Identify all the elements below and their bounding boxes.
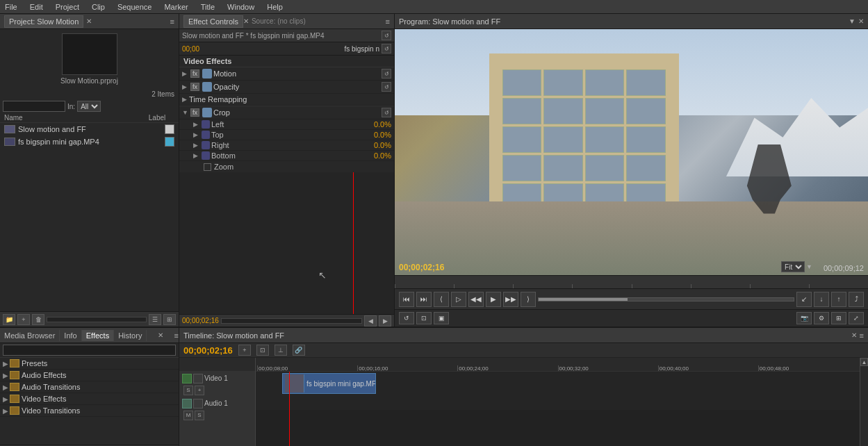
right-expand-arrow[interactable]: ▶	[193, 142, 200, 149]
loop-button[interactable]: ↺	[399, 312, 414, 324]
transport-progress-bar[interactable]	[538, 297, 794, 302]
new-bin-button[interactable]: 📁	[3, 314, 15, 325]
video1-sync-button[interactable]: S	[183, 386, 193, 395]
in-select[interactable]: All	[77, 101, 101, 112]
link-select-button[interactable]: 🔗	[293, 345, 305, 356]
track-select-button[interactable]: ⊡	[256, 345, 269, 356]
opacity-reset-button[interactable]: ↺	[382, 82, 391, 92]
audio1-lock-button[interactable]	[193, 399, 203, 408]
tab-info[interactable]: Info	[60, 330, 81, 341]
tree-item-audio-transitions[interactable]: ▶ Audio Transitions	[0, 381, 179, 393]
tab-effects[interactable]: Effects	[82, 330, 114, 341]
crop-reset-button[interactable]: ↺	[382, 108, 391, 117]
video1-lock-button[interactable]	[193, 374, 203, 383]
video1-clip[interactable]: fs bigspin mini gap.MP4 city	[282, 373, 376, 394]
project-tab-close[interactable]: ✕	[86, 17, 92, 25]
effect-clip-reset[interactable]: ↺	[382, 44, 391, 53]
list-view-button[interactable]: ☰	[149, 314, 161, 325]
crop-bottom-value[interactable]: 0.0%	[363, 151, 391, 160]
menu-sequence[interactable]: Sequence	[115, 3, 154, 11]
bottom-expand-arrow[interactable]: ▶	[193, 152, 200, 159]
timeline-timecode[interactable]: 00;00;02;16	[183, 345, 233, 356]
timeline-menu[interactable]: ≡	[860, 331, 864, 340]
step-forward-button[interactable]: ⏭	[416, 292, 432, 307]
time-remapping-effect[interactable]: ▶ Time Remapping	[179, 94, 394, 106]
insert-button[interactable]: ↙	[796, 292, 812, 307]
opacity-effect[interactable]: ▶ fx Opacity ↺	[179, 81, 394, 94]
multi-cam-button[interactable]: ⊞	[831, 312, 846, 324]
tab-media-browser[interactable]: Media Browser	[0, 330, 60, 341]
scroll-up-button[interactable]: ▲	[860, 358, 868, 366]
tree-item-presets[interactable]: ▶ Presets	[0, 358, 179, 370]
top-expand-arrow[interactable]: ▶	[193, 131, 200, 138]
step-back-button[interactable]: ⏮	[399, 292, 414, 307]
time-remap-expand-arrow[interactable]: ▶	[182, 96, 189, 103]
new-item-button[interactable]: +	[17, 314, 30, 325]
effect-controls-tab[interactable]: Effect Controls	[183, 15, 243, 28]
effect-controls-menu[interactable]: ≡	[386, 17, 390, 26]
fast-forward-button[interactable]: ▶▶	[503, 292, 518, 307]
effect-scroll-left[interactable]: ◀	[364, 315, 377, 327]
audio1-visibility-button[interactable]	[182, 399, 192, 408]
mark-out-button[interactable]: ⟩	[521, 292, 536, 307]
source-tab[interactable]: Source: (no clips)	[249, 17, 309, 25]
tab-history[interactable]: History	[114, 330, 147, 341]
add-track-button[interactable]: +	[238, 345, 251, 356]
audio1-mute-button[interactable]: M	[183, 411, 193, 420]
menu-edit[interactable]: Edit	[28, 3, 45, 11]
opacity-expand-arrow[interactable]: ▶	[182, 83, 189, 90]
overwrite-button[interactable]: ↓	[814, 292, 829, 307]
crop-top-value[interactable]: 0.0%	[363, 131, 391, 139]
menu-title[interactable]: Title	[199, 3, 217, 11]
effects-search-input[interactable]	[3, 345, 176, 356]
video1-add-button[interactable]: +	[195, 386, 204, 395]
play-in-to-out-button[interactable]: ▷	[451, 292, 466, 307]
audio1-solo-button[interactable]: S	[195, 411, 204, 420]
menu-clip[interactable]: Clip	[90, 3, 107, 11]
video1-visibility-button[interactable]	[182, 374, 192, 383]
tree-item-video-transitions[interactable]: ▶ Video Transitions	[0, 405, 179, 417]
crop-expand-arrow[interactable]: ▼	[182, 109, 189, 116]
program-monitor-close[interactable]: ✕	[858, 17, 864, 25]
menu-file[interactable]: File	[3, 3, 19, 11]
effect-scroll-right[interactable]: ▶	[379, 315, 391, 327]
icon-view-button[interactable]: ⊞	[163, 314, 176, 325]
left-expand-arrow[interactable]: ▶	[193, 121, 200, 128]
safe-margins-button[interactable]: ⊡	[416, 312, 432, 324]
list-item[interactable]: Slow motion and FF	[0, 123, 179, 135]
mark-in-button[interactable]: ⟨	[434, 292, 449, 307]
motion-reset-button[interactable]: ↺	[382, 69, 391, 79]
project-panel-menu[interactable]: ≡	[170, 17, 174, 26]
menu-help[interactable]: Help	[265, 3, 285, 11]
fit-select[interactable]: Fit	[781, 261, 805, 272]
settings-button[interactable]: ⚙	[814, 312, 829, 324]
reset-effect-button[interactable]: ↺	[382, 31, 391, 40]
effects-panel-close[interactable]: ✕	[155, 331, 166, 339]
project-tab[interactable]: Project: Slow Motion	[4, 15, 83, 28]
crop-effect[interactable]: ▼ fx Crop ↺	[179, 106, 394, 119]
timeline-close[interactable]: ✕	[851, 331, 857, 339]
tree-item-audio-effects[interactable]: ▶ Audio Effects	[0, 370, 179, 381]
effect-controls-tab-close[interactable]: ✕	[243, 17, 249, 25]
tree-item-video-effects[interactable]: ▶ Video Effects	[0, 393, 179, 405]
zoom-checkbox[interactable]	[204, 163, 211, 171]
motion-expand-arrow[interactable]: ▶	[182, 70, 189, 77]
output-button[interactable]: ▣	[434, 312, 449, 324]
scrollbar-horizontal[interactable]	[47, 317, 147, 322]
extract-button[interactable]: ⤴	[849, 292, 864, 307]
crop-right-value[interactable]: 0.0%	[363, 141, 391, 149]
motion-effect[interactable]: ▶ fx Motion ↺	[179, 67, 394, 81]
lift-button[interactable]: ↑	[831, 292, 846, 307]
crop-left-value[interactable]: 0.0%	[363, 120, 391, 129]
effect-scrollbar[interactable]	[221, 318, 362, 324]
menu-marker[interactable]: Marker	[162, 3, 190, 11]
export-frame-button[interactable]: 📷	[796, 312, 812, 324]
effects-panel-menu[interactable]: ≡	[174, 331, 179, 340]
play-button[interactable]: ▶	[486, 292, 501, 307]
menu-window[interactable]: Window	[225, 3, 256, 11]
menu-project[interactable]: Project	[54, 3, 81, 11]
rewind-button[interactable]: ◀◀	[468, 292, 484, 307]
full-screen-button[interactable]: ⤢	[849, 312, 864, 324]
search-input[interactable]	[3, 101, 65, 112]
program-monitor-dropdown[interactable]: ▼	[849, 17, 855, 25]
